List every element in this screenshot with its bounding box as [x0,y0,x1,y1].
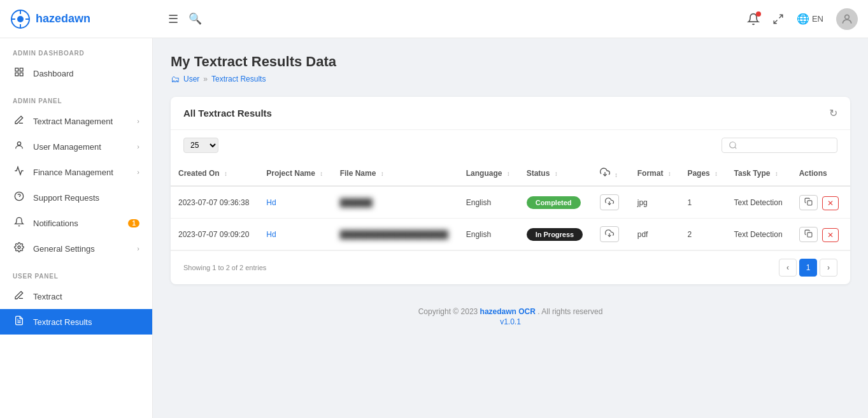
sidebar-item-textract[interactable]: Textract [0,284,152,309]
top-header: hazedawn ☰ 🔍 🌐 EN [0,0,868,38]
search-button[interactable]: 🔍 [189,12,202,25]
sort-icon-download: ↕ [615,171,618,178]
sort-icon-filename: ↕ [381,170,384,177]
delete-button-2[interactable]: ✕ [822,228,839,242]
page-title: My Textract Results Data [171,54,850,70]
breadcrumb-icon: 🗂 [171,74,180,84]
cell-download-2 [592,219,630,250]
cell-tasktype-2: Text Detection [727,219,792,250]
delete-button-1[interactable]: ✕ [822,196,839,210]
logo-area: hazedawn [10,9,163,29]
card-header: All Textract Results ↻ [171,97,850,130]
dashboard-label: Dashboard [33,69,139,78]
finance-management-icon [13,166,25,178]
avatar[interactable] [836,8,858,30]
menu-button[interactable]: ☰ [168,12,178,26]
svg-rect-23 [808,200,812,205]
project-link-2[interactable]: Hd [266,230,276,239]
sidebar-item-notifications[interactable]: Notifications 1 [0,210,152,236]
brand-text: hazedawn OCR [480,307,536,316]
admin-panel-label: ADMIN PANEL [0,86,152,108]
sort-icon-status: ↕ [555,170,558,177]
cell-pages-2: 2 [679,219,726,250]
svg-line-6 [779,15,782,18]
notifications-badge: 1 [128,219,139,227]
notification-button[interactable] [747,13,760,25]
sidebar-item-general-settings[interactable]: General Settings › [0,236,152,261]
svg-point-8 [845,15,850,19]
svg-rect-11 [15,73,18,76]
breadcrumb-root[interactable]: User [183,75,199,83]
next-page-button[interactable]: › [820,259,837,277]
breadcrumb-current[interactable]: Textract Results [211,75,266,83]
showing-text: Showing 1 to 2 of 2 entries [183,264,266,271]
globe-icon: 🌐 [797,13,809,25]
textract-management-chevron: › [137,117,139,125]
sidebar-item-textract-results[interactable]: Textract Results [0,309,152,335]
cell-filename-1: ██████ [332,186,459,219]
textract-results-label: Textract Results [33,317,139,327]
general-settings-chevron: › [137,245,139,252]
svg-point-13 [17,142,20,145]
cell-format-2: pdf [630,219,680,250]
next-icon: › [827,263,830,272]
col-format: Format ↕ [630,161,680,186]
results-table: Created On ↕ Project Name ↕ File Name ↕ [171,161,850,250]
sidebar-item-textract-management[interactable]: Textract Management › [0,108,152,134]
per-page-select: 25 50 100 [183,138,218,153]
prev-icon: ‹ [786,263,789,272]
search-box [722,138,837,153]
svg-line-20 [735,147,737,149]
project-link-1[interactable]: Hd [266,198,276,207]
breadcrumb: 🗂 User » Textract Results [171,74,850,84]
search-input[interactable] [741,141,830,150]
cell-status-2: In Progress [519,219,592,250]
language-button[interactable]: 🌐 EN [797,13,823,25]
page-footer: Copyright © 2023 hazedawn OCR . All righ… [171,297,850,336]
col-status: Status ↕ [519,161,592,186]
copy-button-2[interactable] [799,227,818,242]
language-label: EN [812,14,823,24]
sidebar-item-support-requests[interactable]: Support Requests [0,185,152,210]
prev-page-button[interactable]: ‹ [779,259,797,277]
admin-dashboard-label: ADMIN DASHBOARD [0,38,152,61]
cell-actions-1: ✕ [792,186,850,219]
main-content: My Textract Results Data 🗂 User » Textra… [153,38,868,418]
general-settings-icon [13,242,25,255]
fullscreen-button[interactable] [772,13,784,25]
textract-management-label: Textract Management [33,117,129,126]
download-button-1[interactable] [600,194,619,210]
header-left-icons: ☰ 🔍 [168,12,202,26]
refresh-icon: ↻ [829,108,837,119]
textract-management-icon [13,115,25,127]
table-row: 2023-07-07 09:09:20 Hd █████████████████… [171,219,850,250]
copy-button-1[interactable] [799,195,818,210]
textract-icon [13,290,25,303]
col-actions: Actions [792,161,850,186]
support-requests-label: Support Requests [33,193,139,203]
finance-management-chevron: › [137,168,139,176]
sidebar-item-finance-management[interactable]: Finance Management › [0,159,152,185]
cell-project-1: Hd [259,186,332,219]
per-page-dropdown[interactable]: 25 50 100 [183,138,218,153]
refresh-button[interactable]: ↻ [829,107,837,119]
download-button-2[interactable] [600,226,619,242]
cell-language-1: English [459,186,519,219]
filename-blurred-2: ████████████████████ [340,230,448,239]
results-card: All Textract Results ↻ 25 50 100 [171,97,850,284]
cell-created-on-1: 2023-07-07 09:36:38 [171,186,259,219]
svg-rect-10 [20,68,23,71]
sort-icon-tasktype: ↕ [775,170,778,177]
logo-icon [10,9,31,29]
cell-tasktype-1: Text Detection [727,186,792,219]
fullscreen-icon [772,13,784,25]
notifications-icon [13,217,25,229]
sidebar-item-user-management[interactable]: User Management › [0,134,152,159]
cell-status-1: Completed [519,186,592,219]
sidebar-item-dashboard[interactable]: Dashboard [0,61,152,86]
svg-point-19 [730,142,736,148]
user-management-icon [13,140,25,153]
cell-filename-2: ████████████████████ [332,219,459,250]
page-1-button[interactable]: 1 [799,259,817,277]
user-management-label: User Management [33,142,129,152]
